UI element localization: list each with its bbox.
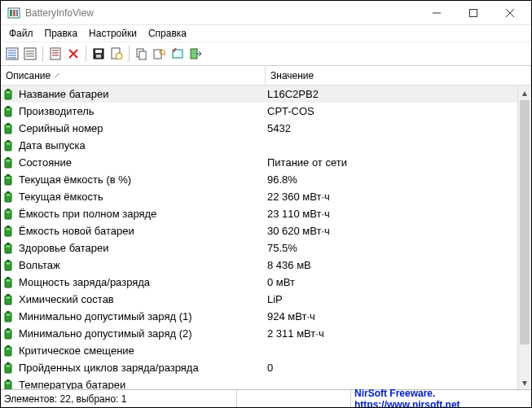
copy-icon[interactable]	[134, 46, 150, 62]
maximize-button[interactable]	[455, 2, 491, 24]
battery-icon	[2, 379, 14, 390]
svg-rect-37	[7, 89, 10, 90]
row-description: Текущая ёмкость	[19, 191, 103, 203]
svg-rect-5	[469, 9, 477, 16]
status-spacer	[237, 390, 351, 407]
column-header-description[interactable]: Описание ⁄	[1, 66, 266, 85]
table-row[interactable]: Здоровье батареи75.5%	[1, 239, 531, 257]
table-row[interactable]: Текущая ёмкость (в %)96.8%	[1, 171, 531, 188]
battery-icon	[2, 140, 14, 151]
table-row[interactable]: Минимально допустимый заряд (1)924 мВт·ч	[1, 308, 531, 325]
scrollbar[interactable]: ▴ ▾	[517, 86, 531, 389]
svg-rect-89	[7, 382, 11, 384]
status-link[interactable]: NirSoft Freeware. https://www.nirsoft.ne…	[351, 390, 531, 407]
view-details-icon[interactable]	[22, 46, 38, 62]
row-description: Название батареи	[19, 88, 109, 100]
row-value: Питание от сети	[266, 156, 531, 169]
battery-icon	[2, 123, 14, 134]
row-value: CPT-COS	[266, 105, 531, 117]
toolbar-separator	[129, 46, 130, 62]
svg-rect-71	[7, 279, 11, 281]
column-label: Значение	[270, 70, 314, 81]
row-value: 924 мВт·ч	[266, 310, 531, 322]
toolbar-separator	[86, 46, 86, 62]
table-row[interactable]: Вольтаж8 436 мВ	[1, 257, 531, 274]
row-description: Минимально допустимый заряд (2)	[19, 327, 192, 340]
menu-bar: Файл Правка Настройки Справка	[1, 25, 531, 42]
row-description: Текущая ёмкость (в %)	[19, 173, 131, 186]
table-row[interactable]: Дата выпуска	[1, 137, 531, 154]
table-row[interactable]: Температура батареи	[1, 376, 531, 389]
row-value: 23 110 мВт·ч	[266, 208, 531, 220]
battery-icon	[2, 311, 14, 322]
table-row[interactable]: Ёмкость при полном заряде23 110 мВт·ч	[1, 205, 531, 222]
delete-icon[interactable]	[65, 46, 81, 62]
menu-edit[interactable]: Правка	[40, 27, 83, 40]
scroll-up-icon[interactable]: ▴	[518, 86, 531, 99]
table-row[interactable]: Название батареиL16C2PB2	[1, 86, 531, 103]
table-row[interactable]: Ёмкость новой батареи30 620 мВт·ч	[1, 222, 531, 239]
svg-rect-80	[7, 331, 11, 332]
row-value: 0	[266, 362, 531, 374]
svg-rect-68	[7, 262, 11, 264]
row-description: Пройденных циклов заряда/разряда	[19, 362, 199, 374]
find-icon[interactable]	[152, 46, 168, 62]
table-row[interactable]: Критическое смещение	[1, 342, 531, 359]
scroll-thumb[interactable]	[520, 100, 530, 344]
minimize-button[interactable]	[418, 2, 455, 24]
svg-rect-64	[7, 243, 10, 244]
svg-rect-76	[7, 311, 10, 313]
svg-rect-74	[7, 296, 11, 298]
svg-rect-29	[139, 51, 146, 59]
svg-rect-77	[7, 314, 11, 315]
table-row[interactable]: Пройденных циклов заряда/разряда0	[1, 359, 531, 376]
row-description: Критическое смещение	[19, 344, 134, 357]
svg-rect-3	[16, 10, 18, 16]
status-bar: Элементов: 22, выбрано: 1 NirSoft Freewa…	[1, 389, 531, 407]
svg-rect-67	[7, 260, 10, 261]
table-row[interactable]: Минимально допустимый заряд (2)2 311 мВт…	[1, 325, 531, 342]
close-button[interactable]	[491, 2, 528, 24]
table-row[interactable]: ПроизводительCPT-COS	[1, 103, 531, 120]
properties-icon[interactable]	[108, 46, 125, 62]
table-row[interactable]: Текущая ёмкость22 360 мВт·ч	[1, 188, 531, 205]
svg-point-27	[116, 53, 122, 59]
menu-settings[interactable]: Настройки	[84, 27, 142, 40]
svg-rect-2	[13, 10, 15, 16]
table-row[interactable]: Серийный номер 5432	[1, 120, 531, 137]
window-title: BatteryInfoView	[25, 7, 418, 19]
view-list-icon[interactable]	[4, 46, 20, 62]
options-icon[interactable]	[169, 46, 186, 62]
column-header-value[interactable]: Значение	[266, 66, 531, 85]
row-value: L16C2PB2	[266, 88, 531, 100]
battery-icon	[2, 294, 14, 305]
toolbar	[1, 42, 531, 66]
scroll-down-icon[interactable]: ▾	[518, 375, 531, 389]
menu-help[interactable]: Справка	[143, 27, 191, 40]
row-description: Химический состав	[19, 293, 114, 305]
svg-rect-24	[95, 50, 102, 53]
battery-icon	[2, 345, 14, 357]
table-row[interactable]: Мощность заряда/разряда0 мВт	[1, 274, 531, 291]
table-row[interactable]: Химический составLiP	[1, 291, 531, 308]
battery-icon	[2, 328, 14, 340]
row-description: Состояние	[19, 156, 72, 169]
app-icon	[7, 7, 20, 20]
svg-rect-44	[7, 125, 11, 127]
battery-icon	[2, 157, 14, 169]
svg-rect-59	[7, 211, 11, 213]
svg-rect-43	[7, 123, 10, 125]
battery-icon	[2, 174, 14, 186]
exit-icon[interactable]	[187, 46, 204, 62]
log-icon[interactable]	[47, 46, 64, 62]
row-value: 0 мВт	[266, 276, 531, 288]
svg-rect-85	[7, 362, 10, 364]
table-row[interactable]: СостояниеПитание от сети	[1, 154, 531, 171]
row-description: Здоровье батареи	[19, 242, 109, 254]
row-description: Ёмкость при полном заряде	[19, 208, 156, 220]
svg-rect-56	[7, 194, 11, 195]
svg-line-32	[164, 54, 165, 55]
save-icon[interactable]	[90, 46, 107, 62]
svg-rect-82	[7, 345, 10, 347]
menu-file[interactable]: Файл	[4, 27, 38, 40]
